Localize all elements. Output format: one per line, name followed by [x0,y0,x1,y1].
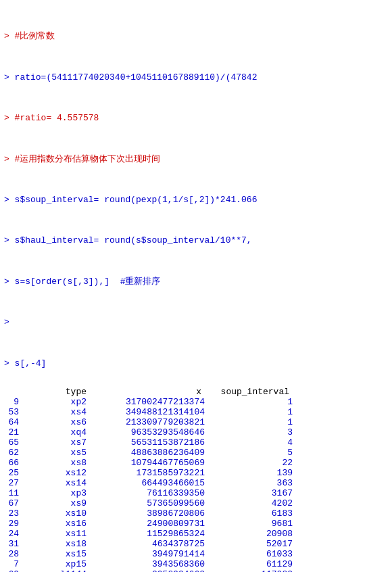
line-code-4: > s=s[order(s[,3]),] #重新排序 [0,275,392,289]
table-header-row: type x soup_interval [4,387,388,397]
cell-x: 3949791414 [90,549,205,559]
col-header-soup-interval: soup_interval [201,387,289,397]
line-code-2: > s$soup_interval= round(pexp(1,1/s[,2])… [0,193,392,207]
cell-soup-interval: 139 [205,468,293,478]
cell-rownum: 7 [4,559,19,569]
cell-soup-interval: 5 [205,448,293,458]
table-row: 66 xs8 10794467765069 22 [4,458,388,468]
cell-rownum: 67 [4,498,19,508]
cell-rownum: 11 [4,488,19,498]
cell-x: 3943568360 [90,559,205,569]
cell-type: xs10 [19,508,90,519]
cell-type: yl1144 [19,569,90,572]
cell-rownum: 29 [4,519,19,529]
table-row: 23 xs10 38986720806 6183 [4,508,388,519]
cell-soup-interval: 363 [205,478,293,488]
cell-type: xs14 [19,478,90,488]
cell-type: xs4 [19,407,90,417]
cell-x: 57365099560 [90,498,205,508]
line-code-5: > s[,-4] [0,357,392,371]
cell-soup-interval: 3 [205,427,293,437]
line-code-1: > ratio=(54111774020340+1045110167889110… [0,71,392,85]
cell-x: 4634378725 [90,539,205,549]
line-comment-1: > #比例常数 [0,30,392,43]
cell-soup-interval: 61033 [205,549,293,559]
cell-type: xs15 [19,549,90,559]
cell-x: 317002477213374 [90,397,205,407]
cell-rownum: 66 [4,458,19,468]
table-row: 65 xs7 56531153872186 4 [4,437,388,448]
cell-rownum: 9 [4,397,19,407]
col-header-rownum [4,387,19,397]
cell-x: 2058934663 [90,569,205,572]
cell-soup-interval: 1 [205,407,293,417]
cell-type: xs9 [19,498,90,508]
cell-x: 664493466015 [90,478,205,488]
cell-type: xs5 [19,448,90,458]
cell-type: xs12 [19,468,90,478]
table-row: 25 xs12 1731585973221 139 [4,468,388,478]
table-row: 21 xq4 96353293548646 3 [4,427,388,437]
table-row: 28 xs15 3949791414 61033 [4,549,388,559]
cell-soup-interval: 61129 [205,559,293,569]
table-row: 69 yl1144 2058934663 117083 [4,569,388,572]
line-comment-3: > #运用指数分布估算物体下次出现时间 [0,153,392,166]
cell-x: 38986720806 [90,508,205,519]
cell-rownum: 23 [4,508,19,519]
col-header-x: x [87,387,201,397]
cell-rownum: 27 [4,478,19,488]
cell-type: xs7 [19,437,90,448]
data-table: type x soup_interval 9 xp2 3170024772133… [0,387,392,572]
table-row: 9 xp2 317002477213374 1 [4,397,388,407]
cell-rownum: 25 [4,468,19,478]
cell-soup-interval: 22 [205,458,293,468]
line-code-3: > s$haul_interval= round(s$soup_interval… [0,234,392,247]
cell-soup-interval: 20908 [205,529,293,539]
table-row: 67 xs9 57365099560 4202 [4,498,388,508]
cell-x: 56531153872186 [90,437,205,448]
cell-type: xs16 [19,519,90,529]
cell-type: xp3 [19,488,90,498]
cell-rownum: 65 [4,437,19,448]
cell-x: 48863886236409 [90,448,205,458]
table-row: 29 xs16 24900809731 9681 [4,519,388,529]
table-row: 11 xp3 76116339350 3167 [4,488,388,498]
line-blank: > [0,316,392,329]
cell-type: xs11 [19,529,90,539]
table-body: 9 xp2 317002477213374 1 53 xs4 349488121… [4,397,388,572]
table-row: 53 xs4 349488121314104 1 [4,407,388,417]
table-row: 24 xs11 11529865324 20908 [4,529,388,539]
cell-type: xs6 [19,417,90,427]
cell-x: 76116339350 [90,488,205,498]
col-header-type: type [19,387,87,397]
cell-type: xs8 [19,458,90,468]
cell-soup-interval: 117083 [205,569,293,572]
table-row: 27 xs14 664493466015 363 [4,478,388,488]
line-comment-2: > #ratio= 4.557578 [0,112,392,125]
cell-x: 213309779203821 [90,417,205,427]
table-row: 62 xs5 48863886236409 5 [4,448,388,458]
cell-rownum: 28 [4,549,19,559]
cell-rownum: 21 [4,427,19,437]
cell-rownum: 24 [4,529,19,539]
cell-x: 10794467765069 [90,458,205,468]
cell-type: xq4 [19,427,90,437]
cell-soup-interval: 9681 [205,519,293,529]
cell-x: 11529865324 [90,529,205,539]
cell-soup-interval: 1 [205,417,293,427]
cell-soup-interval: 3167 [205,488,293,498]
table-row: 31 xs18 4634378725 52017 [4,539,388,549]
cell-soup-interval: 4 [205,437,293,448]
cell-x: 1731585973221 [90,468,205,478]
cell-x: 24900809731 [90,519,205,529]
console-output: > #比例常数 > ratio=(54111774020340+10451101… [0,0,392,387]
cell-rownum: 53 [4,407,19,417]
cell-soup-interval: 4202 [205,498,293,508]
cell-rownum: 64 [4,417,19,427]
cell-rownum: 69 [4,569,19,572]
cell-x: 349488121314104 [90,407,205,417]
cell-soup-interval: 1 [205,397,293,407]
cell-rownum: 62 [4,448,19,458]
cell-type: xp2 [19,397,90,407]
table-row: 64 xs6 213309779203821 1 [4,417,388,427]
